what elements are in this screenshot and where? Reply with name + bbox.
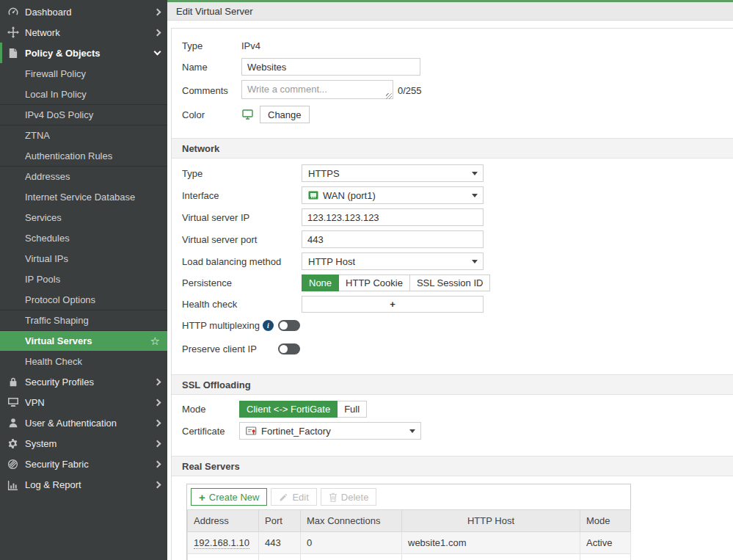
certificate-icon xyxy=(246,426,257,436)
page-title: Edit Virtual Server xyxy=(176,6,253,17)
sidebar-item-schedules[interactable]: Schedules xyxy=(0,228,167,248)
color-row: Color Change xyxy=(182,106,733,123)
column-address[interactable]: Address xyxy=(188,510,259,532)
chevron-right-icon xyxy=(154,419,161,426)
sidebar-item-ip-pools[interactable]: IP Pools xyxy=(0,269,167,289)
sidebar-item-system[interactable]: System xyxy=(0,433,167,454)
real-servers-table-container: + Create New Edit Delete xyxy=(186,484,631,560)
sidebar-item-health-check[interactable]: Health Check xyxy=(0,351,167,371)
preserve-client-ip-row: Preserve client IP xyxy=(182,341,733,357)
ssl-mode-row: Mode Client <-> FortiGate Full xyxy=(182,401,733,418)
network-section-bar: Network xyxy=(172,138,733,159)
chevron-right-icon xyxy=(154,399,161,406)
ssl-mode-full[interactable]: Full xyxy=(338,401,367,418)
table-row[interactable]: 192.168.1.10 443 0 website1.com Active xyxy=(188,532,631,554)
gauge-icon xyxy=(7,6,19,18)
column-http-host[interactable]: HTTP Host xyxy=(402,510,580,532)
virtual-server-port-row: Virtual server port xyxy=(182,230,733,248)
plus-icon: + xyxy=(390,299,395,310)
interface-row: Interface WAN (port1) xyxy=(182,186,733,204)
table-header-row: Address Port Max Connections HTTP Host M… xyxy=(188,510,631,532)
sidebar-item-virtual-ips[interactable]: Virtual IPs xyxy=(0,248,167,269)
column-mode[interactable]: Mode xyxy=(580,510,631,532)
info-icon[interactable]: i xyxy=(263,320,274,331)
sidebar-item-label: Policy & Objects xyxy=(25,48,155,59)
ssl-mode-segmented-control: Client <-> FortiGate Full xyxy=(239,401,367,418)
http-host-cell: website1.com xyxy=(402,532,580,554)
main-area: Edit Virtual Server Type IPv4 Name Comme… xyxy=(167,0,733,560)
ssl-mode-client-fortigate[interactable]: Client <-> FortiGate xyxy=(239,401,338,418)
content: Type IPv4 Name Comments 0/255 Color xyxy=(167,21,733,560)
chevron-right-icon xyxy=(154,29,161,36)
real-servers-table: Address Port Max Connections HTTP Host M… xyxy=(187,509,631,560)
health-check-add-button[interactable]: + xyxy=(302,296,484,313)
change-color-button[interactable]: Change xyxy=(260,106,310,123)
name-row: Name xyxy=(182,58,733,76)
type-label: Type xyxy=(182,40,241,51)
persistence-option-none[interactable]: None xyxy=(302,274,339,291)
chevron-right-icon xyxy=(154,440,161,447)
name-input[interactable] xyxy=(241,58,420,76)
sidebar-item-vpn[interactable]: VPN xyxy=(0,392,167,412)
sidebar-item-policy-objects[interactable]: Policy & Objects xyxy=(0,43,167,63)
fabric-disc-icon xyxy=(7,458,19,470)
table-row[interactable]: 192.168.1.10 443 0 website2.com Active xyxy=(188,554,631,560)
sidebar-item-traffic-shaping[interactable]: Traffic Shaping xyxy=(0,310,167,330)
virtual-server-ip-input[interactable] xyxy=(302,208,484,226)
resize-handle-icon[interactable] xyxy=(386,93,392,99)
sidebar-item-addresses[interactable]: Addresses xyxy=(0,166,167,186)
sidebar: Dashboard Network Policy & Objects Firew… xyxy=(0,0,167,560)
address-cell[interactable]: 192.168.1.10 xyxy=(194,537,249,549)
certificate-dropdown[interactable]: Fortinet_Factory xyxy=(239,422,421,440)
sidebar-item-firewall-policy[interactable]: Firewall Policy xyxy=(0,63,167,84)
persistence-row: Persistence None HTTP Cookie SSL Session… xyxy=(182,274,733,291)
network-type-dropdown[interactable]: HTTPS xyxy=(302,164,484,182)
sidebar-item-protocol-options[interactable]: Protocol Options xyxy=(0,289,167,310)
http-host-cell: website2.com xyxy=(402,554,580,560)
persistence-option-ssl-session-id[interactable]: SSL Session ID xyxy=(410,274,491,291)
column-port[interactable]: Port xyxy=(259,510,301,532)
column-max-connections[interactable]: Max Connections xyxy=(301,510,402,532)
load-balancing-dropdown[interactable]: HTTP Host xyxy=(302,252,484,270)
comments-row: Comments 0/255 xyxy=(182,80,733,101)
sidebar-item-security-fabric[interactable]: Security Fabric xyxy=(0,454,167,474)
comments-counter: 0/255 xyxy=(398,85,422,96)
create-new-button[interactable]: + Create New xyxy=(191,488,267,506)
edit-form-panel: Type IPv4 Name Comments 0/255 Color xyxy=(171,28,733,560)
policy-document-icon xyxy=(7,47,19,59)
sidebar-item-label: Network xyxy=(25,27,155,38)
favorite-star-icon[interactable]: ☆ xyxy=(150,335,160,346)
move-arrows-icon xyxy=(7,26,19,39)
comments-textarea[interactable] xyxy=(241,80,393,99)
name-label: Name xyxy=(182,62,241,73)
sidebar-item-internet-service-database[interactable]: Internet Service Database xyxy=(0,186,167,207)
sidebar-item-services[interactable]: Services xyxy=(0,207,167,228)
chevron-down-icon xyxy=(154,48,161,56)
sidebar-item-dashboard[interactable]: Dashboard xyxy=(0,1,167,22)
bar-chart-icon xyxy=(7,479,19,491)
sidebar-item-ztna[interactable]: ZTNA xyxy=(0,125,167,145)
port-cell: 443 xyxy=(259,554,301,560)
delete-button[interactable]: Delete xyxy=(321,488,377,506)
http-multiplexing-toggle[interactable] xyxy=(278,320,300,331)
http-multiplexing-row: HTTP multiplexing i xyxy=(182,317,733,333)
sidebar-item-user-authentication[interactable]: User & Authentication xyxy=(0,412,167,433)
edit-button[interactable]: Edit xyxy=(271,488,316,506)
sidebar-item-authentication-rules[interactable]: Authentication Rules xyxy=(0,145,167,166)
persistence-option-http-cookie[interactable]: HTTP Cookie xyxy=(339,274,410,291)
chevron-down-icon xyxy=(472,172,478,175)
sidebar-item-virtual-servers[interactable]: Virtual Servers ☆ xyxy=(0,330,167,351)
mode-cell: Active xyxy=(580,532,631,554)
real-servers-section-bar: Real Servers xyxy=(172,456,733,476)
interface-dropdown[interactable]: WAN (port1) xyxy=(302,186,484,204)
virtual-server-port-input[interactable] xyxy=(302,230,484,248)
sidebar-item-local-in-policy[interactable]: Local In Policy xyxy=(0,84,167,104)
sidebar-item-network[interactable]: Network xyxy=(0,22,167,43)
sidebar-item-security-profiles[interactable]: Security Profiles xyxy=(0,371,167,392)
sidebar-item-ipv4-dos-policy[interactable]: IPv4 DoS Policy xyxy=(0,104,167,125)
page-header: Edit Virtual Server xyxy=(167,0,733,21)
sidebar-item-log-report[interactable]: Log & Report xyxy=(0,474,167,495)
certificate-row: Certificate Fortinet_Factory xyxy=(182,422,733,440)
preserve-client-ip-toggle[interactable] xyxy=(278,343,300,354)
real-servers-toolbar: + Create New Edit Delete xyxy=(187,484,630,509)
